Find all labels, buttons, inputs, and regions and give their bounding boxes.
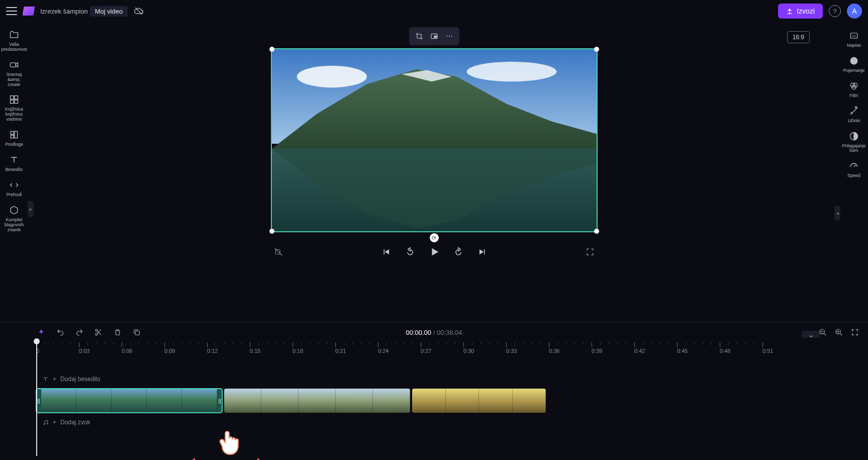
preview-canvas[interactable]: ⟳ bbox=[271, 48, 598, 232]
ruler-tick: 0:12 bbox=[207, 342, 218, 355]
pip-button[interactable] bbox=[428, 30, 440, 42]
playhead[interactable] bbox=[36, 338, 37, 456]
preview-image bbox=[272, 49, 597, 231]
upload-icon bbox=[786, 8, 793, 15]
delete-button[interactable] bbox=[113, 327, 123, 337]
sync-off-icon[interactable] bbox=[134, 6, 144, 16]
ruler-tick: 0:18 bbox=[293, 342, 303, 355]
brandkit-icon bbox=[9, 205, 20, 216]
ruler-tick: 0:06 bbox=[122, 342, 132, 355]
undo-button[interactable] bbox=[55, 327, 65, 337]
sidebar-item-transitions[interactable]: Prehodi bbox=[0, 177, 28, 200]
preview-area: ⟳ 16:9 ⌄ bbox=[28, 22, 840, 322]
tutorial-cursor-overlay bbox=[216, 428, 241, 456]
templates-icon bbox=[9, 129, 20, 140]
double-arrow-icon bbox=[181, 455, 271, 460]
split-button[interactable] bbox=[93, 327, 104, 337]
resize-handle-br[interactable] bbox=[594, 229, 599, 234]
export-label: Izvozi bbox=[797, 7, 815, 15]
svg-point-16 bbox=[466, 62, 556, 82]
resize-handle-bl[interactable] bbox=[269, 229, 274, 234]
property-captions[interactable]: CC Napise bbox=[840, 29, 868, 49]
property-speed[interactable]: Speed bbox=[840, 159, 868, 179]
zoom-out-button[interactable] bbox=[819, 328, 827, 336]
clip-trim-right[interactable]: || bbox=[217, 389, 222, 413]
sidebar-item-media[interactable]: Vaša predstavnost bbox=[0, 27, 28, 54]
ruler-tick: 0:24 bbox=[378, 342, 389, 355]
project-name[interactable]: Moj video bbox=[90, 6, 128, 17]
timeline-clip[interactable]: |||| bbox=[36, 389, 222, 413]
ruler-tick: 0:33 bbox=[506, 342, 517, 355]
menu-button[interactable] bbox=[6, 7, 17, 15]
transport-bar bbox=[271, 246, 598, 257]
redo-button[interactable] bbox=[74, 327, 84, 337]
left-sidebar: Vaša predstavnost Snemaj &amp; create Kn… bbox=[0, 22, 28, 322]
help-button[interactable]: ? bbox=[829, 5, 841, 17]
sidebar-item-record[interactable]: Snemaj &amp; create bbox=[0, 57, 28, 89]
detach-audio-button[interactable] bbox=[274, 247, 283, 256]
forward-button[interactable] bbox=[453, 246, 464, 257]
sidebar-item-library[interactable]: Knjižnica knjižnice vsebine bbox=[0, 92, 28, 124]
svg-point-22 bbox=[850, 57, 858, 64]
ruler-tick: 0:15 bbox=[250, 342, 260, 355]
svg-text:CC: CC bbox=[852, 35, 856, 38]
effects-icon bbox=[848, 106, 859, 117]
sidebar-item-text[interactable]: Besedilo bbox=[0, 152, 28, 174]
zoom-fit-button[interactable] bbox=[851, 328, 859, 336]
zoom-in-button[interactable] bbox=[835, 328, 843, 336]
svg-point-15 bbox=[297, 66, 366, 88]
timeline-ruler[interactable]: 00:030:060:090:120:150:180:210:240:270:3… bbox=[0, 342, 868, 355]
resize-handle-tl[interactable] bbox=[269, 47, 274, 52]
ruler-tick: 0:42 bbox=[634, 342, 645, 355]
ruler-tick: 0:09 bbox=[164, 342, 175, 355]
svg-rect-8 bbox=[11, 135, 14, 138]
resize-handle-tr[interactable] bbox=[594, 47, 599, 52]
avatar[interactable]: A bbox=[847, 4, 862, 19]
skip-end-button[interactable] bbox=[477, 246, 488, 257]
svg-rect-7 bbox=[15, 131, 18, 138]
ai-tool-button[interactable] bbox=[36, 327, 46, 337]
ruler-tick: 0:45 bbox=[677, 342, 688, 355]
add-audio-lane[interactable]: + Dodaj zvok bbox=[36, 417, 868, 428]
hand-cursor-icon bbox=[216, 428, 241, 456]
timeline-clip[interactable] bbox=[412, 389, 546, 413]
timeline-clip[interactable] bbox=[224, 389, 410, 413]
timeline-toolbar: 00:00.00 / 00:38.04 bbox=[0, 322, 868, 342]
right-panel-expand-handle[interactable]: ◂ bbox=[834, 206, 840, 220]
duplicate-button[interactable] bbox=[132, 327, 142, 337]
svg-rect-4 bbox=[11, 100, 14, 104]
property-colors[interactable]: Prilagajanje barv bbox=[840, 130, 868, 155]
ruler-tick: 0:39 bbox=[592, 342, 602, 355]
captions-icon: CC bbox=[848, 30, 859, 41]
fade-icon bbox=[848, 55, 859, 66]
play-button[interactable] bbox=[429, 246, 440, 257]
property-effects[interactable]: Učinki bbox=[840, 105, 868, 125]
timeline-tracks: + Dodaj besedilo |||| + Dodaj zvok bbox=[0, 355, 868, 460]
timeline-time: 00:00.00 / 00:38.04 bbox=[406, 329, 462, 336]
export-button[interactable]: Izvozi bbox=[778, 4, 823, 19]
rotate-handle[interactable]: ⟳ bbox=[430, 233, 439, 242]
sidebar-item-templates[interactable]: Predloge bbox=[0, 127, 28, 149]
video-track[interactable]: |||| bbox=[36, 389, 868, 413]
svg-rect-18 bbox=[275, 250, 280, 254]
aspect-ratio-chip[interactable]: 16:9 bbox=[787, 31, 810, 43]
more-button[interactable] bbox=[443, 30, 455, 42]
property-filters[interactable]: Filtri bbox=[840, 79, 868, 100]
media-icon bbox=[9, 29, 20, 40]
text-icon bbox=[9, 154, 20, 165]
skip-start-button[interactable] bbox=[380, 246, 392, 257]
fullscreen-button[interactable] bbox=[586, 247, 595, 256]
svg-rect-3 bbox=[15, 96, 18, 100]
add-text-lane[interactable]: + Dodaj besedilo bbox=[36, 374, 868, 385]
rewind-button[interactable] bbox=[405, 246, 416, 257]
svg-point-11 bbox=[446, 36, 447, 37]
app-logo-icon bbox=[22, 7, 35, 16]
ruler-tick: 0:48 bbox=[720, 342, 730, 355]
transitions-icon bbox=[9, 179, 20, 191]
property-fade[interactable]: Pojemanje bbox=[840, 54, 868, 74]
right-sidebar: CC Napise Pojemanje Filtri Učinki Prilag… bbox=[840, 22, 868, 322]
sidebar-item-brandkit[interactable]: Komplet blagovnih znamk bbox=[0, 203, 28, 235]
speed-icon bbox=[848, 160, 859, 171]
svg-point-32 bbox=[44, 423, 45, 424]
crop-button[interactable] bbox=[413, 30, 425, 42]
